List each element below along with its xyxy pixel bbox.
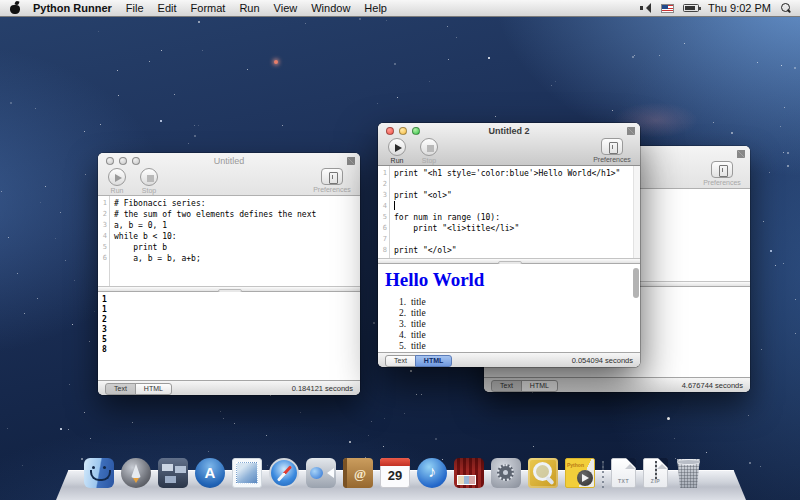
dock-app-store-icon[interactable] bbox=[195, 458, 225, 488]
dock-python-runner-icon[interactable]: Python bbox=[565, 458, 595, 488]
preferences-button[interactable]: Preferences bbox=[700, 161, 744, 186]
scrollbar[interactable] bbox=[633, 166, 640, 258]
dock-icons: 29PythonTXTZIP bbox=[84, 458, 702, 488]
untitled-titlebar[interactable]: Untitled Run Stop Preferences bbox=[98, 153, 360, 196]
code-editor[interactable]: 123456 # Fibonacci series:# the sum of t… bbox=[98, 196, 360, 286]
dock-separator bbox=[602, 461, 604, 488]
stop-square-icon bbox=[140, 168, 158, 186]
run-time: 0.054094 seconds bbox=[572, 356, 633, 365]
dock-finder-icon[interactable] bbox=[84, 458, 114, 488]
app-menu[interactable]: Python Runner bbox=[33, 2, 112, 14]
tab-text[interactable]: Text bbox=[491, 380, 522, 392]
dock-system-preferences-icon[interactable] bbox=[491, 458, 521, 488]
preferences-icon bbox=[601, 138, 623, 155]
tab-html[interactable]: HTML bbox=[521, 380, 558, 392]
stop-square-icon bbox=[420, 138, 438, 156]
untitled2-titlebar[interactable]: Untitled 2 Run Stop Preferences bbox=[378, 123, 640, 166]
menu-item-view[interactable]: View bbox=[274, 2, 298, 14]
window-untitled-2: Untitled 2 Run Stop Preferences 12345 bbox=[378, 123, 640, 367]
dock-itunes-icon[interactable] bbox=[417, 458, 447, 488]
untitled2-code-lines: print "<h1 style='color:blue'>Hello Worl… bbox=[390, 166, 640, 258]
volume-icon[interactable] bbox=[640, 3, 652, 13]
window-untitled: Untitled Run Stop Preferences 123456 bbox=[98, 153, 360, 395]
output-pane[interactable]: 112358 bbox=[98, 292, 360, 379]
dock-safari-icon[interactable] bbox=[269, 458, 299, 488]
stop-button[interactable]: Stop bbox=[416, 138, 442, 164]
spotlight-icon[interactable] bbox=[780, 3, 791, 14]
dock: 29PythonTXTZIP bbox=[0, 448, 800, 500]
apple-menu-icon[interactable] bbox=[10, 2, 21, 14]
untitled2-code-gutter: 12345678 bbox=[378, 166, 390, 258]
menu-clock[interactable]: Thu 9:02 PM bbox=[708, 2, 771, 14]
menu-bar: Python Runner FileEditFormatRunViewWindo… bbox=[0, 0, 800, 17]
run-time: 0.184121 seconds bbox=[292, 384, 353, 393]
status-bar: Text HTML 0.184121 seconds bbox=[98, 380, 360, 395]
untitled-output-lines: 112358 bbox=[98, 292, 360, 355]
input-language-flag-icon[interactable] bbox=[661, 4, 674, 13]
tab-text[interactable]: Text bbox=[105, 383, 136, 395]
tab-html[interactable]: HTML bbox=[415, 355, 452, 367]
menu-item-run[interactable]: Run bbox=[239, 2, 259, 14]
untitled-code-gutter: 123456 bbox=[98, 196, 110, 286]
preferences-button[interactable]: Preferences bbox=[310, 168, 354, 193]
menu-item-format[interactable]: Format bbox=[191, 2, 226, 14]
dock-zip-file-icon[interactable]: ZIP bbox=[643, 458, 668, 488]
window-title: Untitled bbox=[98, 156, 360, 166]
scrollbar-thumb[interactable] bbox=[633, 268, 639, 298]
tab-text[interactable]: Text bbox=[385, 355, 416, 367]
battery-icon[interactable] bbox=[683, 4, 699, 12]
menu-item-edit[interactable]: Edit bbox=[158, 2, 177, 14]
run-time: 4.676744 seconds bbox=[682, 381, 743, 390]
dock-txt-file-icon[interactable]: TXT bbox=[611, 458, 636, 488]
dock-launchpad-icon[interactable] bbox=[121, 458, 151, 488]
menu-items: FileEditFormatRunViewWindowHelp bbox=[126, 2, 401, 14]
run-button[interactable]: Run bbox=[104, 168, 130, 194]
menu-item-help[interactable]: Help bbox=[364, 2, 387, 14]
dock-facetime-icon[interactable] bbox=[306, 458, 336, 488]
status-bar: Text HTML 4.676744 seconds bbox=[484, 377, 750, 392]
run-play-icon bbox=[388, 138, 406, 156]
menu-item-window[interactable]: Window bbox=[311, 2, 350, 14]
dock-mail-icon[interactable] bbox=[232, 458, 262, 488]
preferences-icon bbox=[711, 161, 733, 178]
html-output-list: 1. title2. title3. title4. title5. title… bbox=[378, 297, 640, 352]
run-play-icon bbox=[108, 168, 126, 186]
tab-html[interactable]: HTML bbox=[135, 383, 172, 395]
window-title: Untitled 2 bbox=[378, 126, 640, 136]
expand-icon[interactable] bbox=[737, 150, 745, 158]
dock-preview-icon[interactable] bbox=[528, 458, 558, 488]
dock-ical-icon[interactable]: 29 bbox=[380, 458, 410, 488]
untitled-code-lines: # Fibonacci series:# the sum of two elem… bbox=[110, 196, 360, 286]
code-editor[interactable]: 12345678 print "<h1 style='color:blue'>H… bbox=[378, 166, 640, 258]
html-output-heading: Hello World bbox=[378, 264, 640, 291]
status-bar: Text HTML 0.054094 seconds bbox=[378, 352, 640, 367]
menu-item-file[interactable]: File bbox=[126, 2, 144, 14]
dock-address-book-icon[interactable] bbox=[343, 458, 373, 488]
output-pane[interactable]: Hello World 1. title2. title3. title4. t… bbox=[378, 264, 640, 352]
desktop: Python Runner FileEditFormatRunViewWindo… bbox=[0, 0, 800, 500]
expand-icon[interactable] bbox=[347, 157, 355, 165]
preferences-icon bbox=[321, 168, 343, 185]
expand-icon[interactable] bbox=[627, 127, 635, 135]
dock-mission-control-icon[interactable] bbox=[158, 458, 188, 488]
dock-trash-icon[interactable] bbox=[675, 458, 702, 488]
run-button[interactable]: Run bbox=[384, 138, 410, 164]
stop-button[interactable]: Stop bbox=[136, 168, 162, 194]
dock-photo-booth-icon[interactable] bbox=[454, 458, 484, 488]
preferences-button[interactable]: Preferences bbox=[590, 138, 634, 163]
